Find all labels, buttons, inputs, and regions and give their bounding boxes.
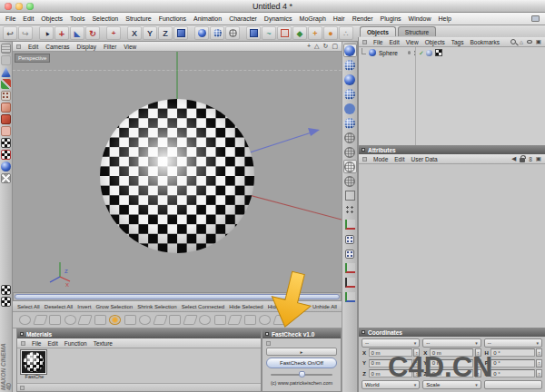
points-mode-icon[interactable] [1, 91, 11, 101]
attributes-panel-icon[interactable] [362, 157, 367, 162]
isoline-display-icon[interactable] [343, 174, 357, 188]
panel-menu-icon[interactable]: ▣ [536, 38, 541, 45]
mat-menu-file[interactable]: File [32, 340, 41, 347]
stepper-icon[interactable]: ↕ [536, 369, 542, 377]
lock-y-axis-icon[interactable]: Y [143, 26, 157, 40]
axis-lock-icon[interactable] [343, 261, 357, 275]
hidden-line-icon[interactable] [343, 87, 357, 101]
add-hypernurbs-icon[interactable] [277, 26, 292, 40]
texture-axis-mode-icon[interactable] [1, 150, 11, 160]
object-name[interactable]: Sphere [379, 50, 398, 56]
visibility-dots-icon[interactable] [413, 50, 417, 56]
link-icon[interactable]: 8 [529, 156, 532, 162]
materials-footer-icon[interactable] [20, 386, 25, 390]
animation-mode-icon[interactable] [1, 162, 11, 172]
pan-view-icon[interactable]: + [307, 43, 311, 50]
rotation-header-dropdown[interactable]: --▾ [484, 338, 542, 348]
modeling-tool-icon[interactable] [169, 315, 181, 325]
feather-x-icon[interactable] [1, 173, 11, 183]
perspective-viewport[interactable]: Perspective Z X [13, 52, 342, 292]
mat-menu-edit[interactable]: Edit [47, 340, 57, 347]
mat-menu-texture[interactable]: Texture [94, 340, 113, 347]
viewport-label[interactable]: Perspective [15, 54, 50, 63]
object-axis-mode-icon[interactable] [1, 79, 11, 89]
modeling-tool-icon[interactable] [183, 315, 198, 325]
menu-plugins[interactable]: Plugins [381, 15, 401, 22]
flat-shading-icon[interactable] [343, 102, 357, 115]
monitor-icon[interactable] [531, 15, 540, 22]
quick-shading-icon[interactable] [343, 58, 357, 72]
random-dice-icon[interactable] [343, 247, 357, 260]
rotation-h-field[interactable]: 0 ° [490, 348, 534, 357]
rotation-p-field[interactable]: 0 ° [490, 359, 534, 368]
fastcheck-slider[interactable] [271, 371, 332, 378]
materials-panel-icon[interactable] [21, 341, 25, 346]
grow-selection-button[interactable]: Grow Selection [95, 304, 133, 309]
gouraud-shading-icon[interactable] [343, 44, 357, 57]
menu-help[interactable]: Help [438, 15, 451, 22]
add-modeling-icon[interactable]: + [308, 26, 322, 40]
wireframe-display-icon[interactable] [343, 145, 357, 159]
home-icon[interactable]: ⌂ [520, 39, 523, 45]
menu-structure[interactable]: Structure [125, 15, 151, 22]
select-all-button[interactable]: Select All [17, 304, 40, 309]
isoparm-display-icon[interactable] [343, 131, 357, 144]
obj-menu-tags[interactable]: Tags [451, 39, 464, 45]
menu-file[interactable]: File [5, 15, 15, 22]
vp-menu-edit[interactable]: Edit [28, 44, 38, 50]
object-row-sphere[interactable]: Sphere ✓ [359, 47, 545, 58]
modeling-tool-icon[interactable] [49, 315, 61, 325]
menu-functions[interactable]: Functions [159, 15, 186, 22]
edges-mode-icon[interactable] [1, 103, 11, 113]
coordinates-titlebar[interactable]: Coordinates [359, 328, 545, 337]
wireframe-shading-icon[interactable] [343, 116, 357, 130]
panel-handle-icon[interactable] [265, 332, 269, 336]
attr-menu-userdata[interactable]: User Data [411, 156, 437, 162]
menu-objects[interactable]: Objects [41, 15, 63, 22]
model-mode-icon[interactable] [1, 67, 11, 77]
mat-menu-function[interactable]: Function [64, 340, 87, 347]
add-light-icon[interactable]: ● [323, 26, 338, 40]
snap-settings-icon[interactable] [1, 297, 11, 307]
modeling-tool-icon[interactable] [124, 315, 136, 325]
zoom-window-icon[interactable] [26, 3, 34, 10]
last-tool-icon[interactable]: + [106, 26, 121, 40]
attr-menu-edit[interactable]: Edit [394, 156, 404, 162]
position-header-dropdown[interactable]: --▾ [362, 338, 420, 348]
obj-menu-bookmarks[interactable]: Bookmarks [470, 39, 500, 45]
shrink-selection-button[interactable]: Shrink Selection [137, 304, 176, 309]
menu-edit[interactable]: Edit [23, 15, 34, 22]
deselect-all-button[interactable]: Deselect All [45, 304, 73, 309]
fastcheck-toggle-button[interactable]: FastCheck On/Off [266, 358, 337, 368]
menu-render[interactable]: Render [352, 15, 373, 22]
stepper-icon[interactable]: ↕ [536, 348, 542, 357]
stepper-icon[interactable]: ↕ [536, 359, 542, 368]
maximize-view-icon[interactable]: ▢ [332, 43, 338, 50]
zoom-view-icon[interactable]: △ [314, 43, 319, 50]
menu-window[interactable]: Window [409, 15, 431, 22]
modeling-tool-icon[interactable] [19, 315, 31, 325]
tab-objects[interactable]: Objects [360, 26, 396, 36]
close-window-icon[interactable] [5, 3, 12, 10]
move-tool-icon[interactable]: + [54, 26, 69, 40]
menu-dynamics[interactable]: Dynamics [264, 15, 292, 22]
menu-tools[interactable]: Tools [70, 15, 84, 22]
redo-icon[interactable]: ↪ [18, 26, 33, 40]
add-primitive-icon[interactable] [246, 26, 261, 40]
menu-hair[interactable]: Hair [333, 15, 345, 22]
obj-menu-objects[interactable]: Objects [425, 39, 445, 45]
hide-selected-button[interactable]: Hide Selected [229, 304, 263, 309]
obj-menu-file[interactable]: File [373, 39, 382, 45]
render-view-icon[interactable] [194, 26, 209, 40]
modeling-tool-icon[interactable] [153, 315, 168, 325]
vp-menu-view[interactable]: View [124, 44, 136, 50]
minimize-window-icon[interactable] [15, 3, 23, 10]
apply-button[interactable] [484, 380, 542, 389]
menu-animation[interactable]: Animation [193, 15, 222, 22]
inactive-tool-icon[interactable] [1, 55, 11, 65]
modeling-tool-icon[interactable] [227, 315, 243, 325]
objects-panel-icon[interactable] [362, 40, 367, 44]
add-particles-icon[interactable]: ∴ [339, 26, 353, 40]
modeling-tool-icon[interactable] [139, 315, 151, 325]
axis-snap-icon[interactable] [343, 218, 357, 231]
